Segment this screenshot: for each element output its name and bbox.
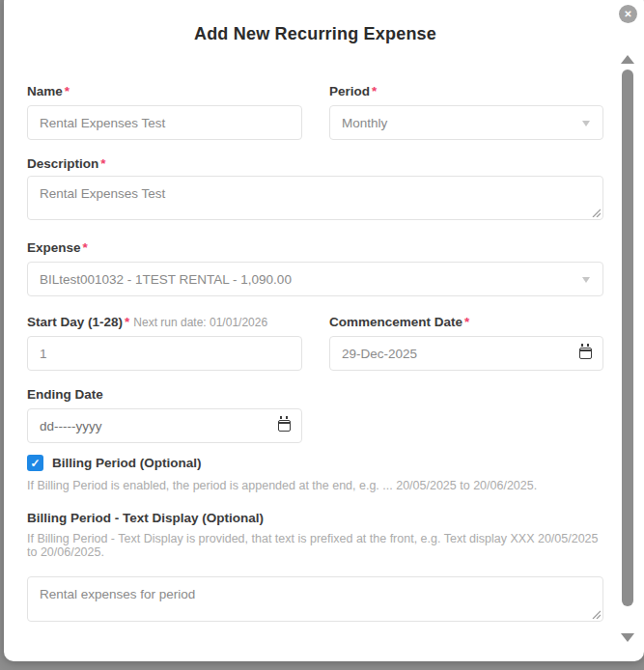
billing-period-text-help: If Billing Period - Text Display is prov… (27, 532, 603, 559)
calendar-icon[interactable] (579, 348, 592, 359)
chevron-down-icon (582, 121, 590, 126)
expense-label: Expense* (27, 239, 603, 256)
required-asterisk: * (464, 315, 469, 329)
field-name: Name* (27, 83, 302, 140)
scrollbar-down-arrow-icon[interactable] (621, 633, 634, 642)
start-day-input[interactable] (27, 336, 302, 371)
ending-date-picker[interactable] (27, 408, 302, 443)
required-asterisk: * (83, 240, 88, 255)
billing-period-checkbox[interactable]: ✓ (27, 455, 43, 471)
field-billing-period-text: Rental expenses for period (27, 576, 603, 622)
row-name-period: Name* Period* (27, 83, 603, 140)
start-day-label: Start Day (1-28)*Next run date: 01/01/20… (27, 314, 302, 330)
billing-period-label: Billing Period (Optional) (52, 456, 202, 470)
field-expense: Expense* (27, 239, 603, 296)
required-asterisk: * (65, 84, 70, 98)
required-asterisk: * (125, 315, 129, 329)
ending-date-input[interactable] (27, 408, 302, 443)
field-commencement-date: Commencement Date* (329, 314, 603, 371)
next-run-date-note: Next run date: 01/01/2026 (133, 316, 267, 329)
description-wrap: Rental Expenses Test (27, 176, 603, 220)
expense-select-value[interactable] (27, 262, 603, 296)
field-period: Period* (329, 83, 603, 140)
scrollbar-up-arrow-icon[interactable] (621, 55, 634, 64)
billing-period-text-wrap: Rental expenses for period (27, 576, 603, 622)
name-input[interactable] (27, 105, 302, 140)
field-start-day: Start Day (1-28)*Next run date: 01/01/20… (27, 314, 302, 371)
billing-period-checkbox-row: ✓ Billing Period (Optional) (27, 455, 603, 471)
period-select-value[interactable] (329, 105, 603, 140)
billing-period-text-label: Billing Period - Text Display (Optional) (27, 510, 603, 526)
billing-period-text-textarea[interactable]: Rental expenses for period (27, 576, 603, 622)
period-label: Period* (329, 83, 603, 99)
check-icon: ✓ (30, 458, 40, 469)
billing-period-text-section: Billing Period - Text Display (Optional)… (27, 510, 603, 559)
calendar-icon[interactable] (278, 420, 291, 432)
description-textarea[interactable]: Rental Expenses Test (27, 176, 603, 220)
billing-period-help-text: If Billing Period is enabled, the period… (27, 479, 603, 492)
name-label: Name* (27, 83, 302, 99)
required-asterisk: * (372, 84, 377, 98)
required-asterisk: * (100, 156, 105, 171)
chevron-down-icon (582, 277, 590, 283)
add-recurring-expense-modal: Add New Recurring Expense Name* Period* … (4, 0, 644, 661)
field-description: Description* Rental Expenses Test (27, 155, 603, 220)
scrollbar-thumb[interactable] (622, 70, 633, 606)
commencement-date-picker[interactable] (329, 336, 603, 371)
close-button[interactable]: ✕ (619, 5, 637, 23)
ending-date-label: Ending Date (27, 386, 302, 403)
field-ending-date: Ending Date (27, 386, 302, 443)
modal-title: Add New Recurring Expense (27, 21, 603, 46)
commencement-date-label: Commencement Date* (329, 314, 603, 330)
modal-content: Add New Recurring Expense Name* Period* … (4, 0, 644, 661)
expense-select[interactable] (27, 262, 603, 296)
close-icon: ✕ (624, 9, 631, 19)
description-label: Description* (27, 155, 603, 172)
period-select[interactable] (329, 105, 603, 140)
commencement-date-input[interactable] (329, 336, 603, 371)
row-startday-commencement: Start Day (1-28)*Next run date: 01/01/20… (27, 314, 603, 371)
